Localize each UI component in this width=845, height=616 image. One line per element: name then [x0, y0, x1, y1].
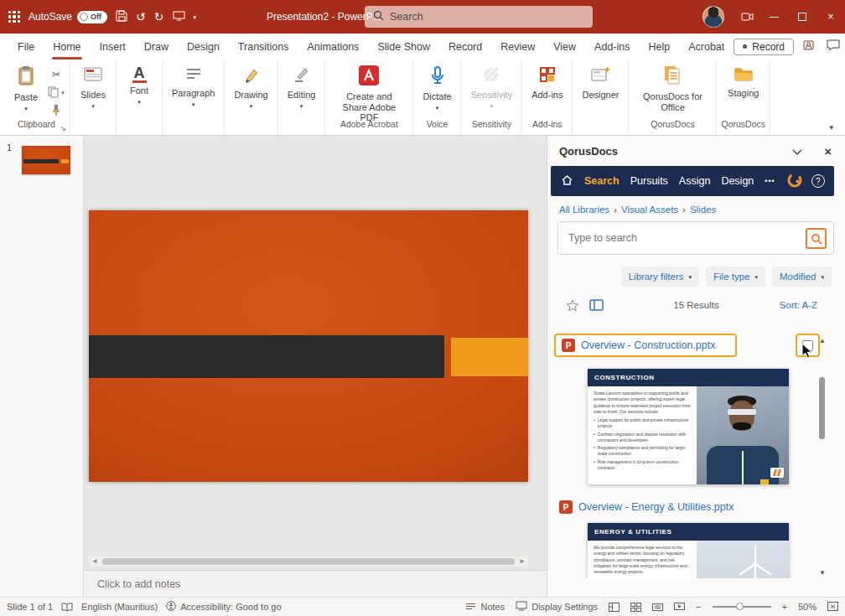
maximize-button[interactable]	[788, 0, 816, 34]
tab-insert[interactable]: Insert	[91, 34, 135, 60]
undo-icon[interactable]: ↺	[136, 11, 146, 23]
nav-assign[interactable]: Assign	[679, 175, 711, 187]
slide-counter[interactable]: Slide 1 of 1	[7, 602, 53, 612]
tab-record[interactable]: Record	[439, 34, 491, 60]
copy-button[interactable]: ▾	[47, 85, 65, 99]
close-button[interactable]: ×	[816, 0, 845, 34]
reading-view-button[interactable]	[652, 603, 663, 612]
search-input[interactable]	[390, 11, 574, 23]
help-icon[interactable]: ?	[811, 174, 825, 188]
pane-close-icon[interactable]: ×	[824, 144, 832, 158]
slides-button[interactable]: Slides ▾	[75, 62, 111, 109]
staging-button[interactable]: Staging	[723, 62, 764, 99]
drawing-button[interactable]: Drawing ▾	[229, 62, 272, 109]
file-type-dropdown[interactable]: File type▾	[706, 267, 765, 287]
dialog-launcher-icon[interactable]: ↘	[60, 124, 66, 132]
tab-design[interactable]: Design	[178, 34, 229, 60]
paragraph-button[interactable]: Paragraph ▾	[167, 62, 220, 107]
home-icon[interactable]	[561, 174, 573, 189]
comments-icon[interactable]	[827, 39, 840, 54]
qorus-search-input[interactable]	[558, 232, 833, 244]
tab-slide-show[interactable]: Slide Show	[368, 34, 439, 60]
slide-thumbnail[interactable]	[22, 146, 70, 174]
breadcrumb-visual-assets[interactable]: Visual Assets	[621, 204, 678, 215]
designer-button[interactable]: Designer	[577, 62, 624, 101]
thumbnail-construction[interactable]: CONSTRUCTION Strata Lannum specializes i…	[588, 369, 789, 484]
format-painter-button[interactable]	[47, 103, 65, 116]
result-item-construction[interactable]: P Overview - Construction.pptx	[554, 334, 737, 357]
scroll-up-icon[interactable]: ▲	[819, 337, 826, 344]
zoom-in-button[interactable]: +	[782, 602, 787, 612]
pane-options-chevron-icon[interactable]	[792, 145, 802, 158]
language-selector[interactable]: English (Mauritius)	[81, 602, 158, 612]
tab-review[interactable]: Review	[491, 34, 544, 60]
tab-acrobat[interactable]: Acrobat	[679, 34, 734, 60]
horizontal-scrollbar[interactable]: ◄ ►	[89, 556, 528, 567]
zoom-slider-knob[interactable]	[736, 603, 744, 610]
autosave-toggle[interactable]: AutoSave Off	[29, 11, 107, 23]
thumbnail-energy[interactable]: ENERGY & UTILITIES We provide comprehens…	[588, 523, 789, 578]
tab-file[interactable]: File	[8, 34, 44, 60]
paste-button[interactable]: Paste ▾	[8, 62, 44, 111]
result-filename[interactable]: Overview - Energy & Utilities.pptx	[578, 501, 734, 513]
scroll-right-icon[interactable]: ►	[516, 556, 528, 567]
collapse-ribbon-icon[interactable]: ▾	[829, 123, 833, 132]
horizontal-scroll-thumb[interactable]	[102, 558, 515, 565]
scroll-left-icon[interactable]: ◄	[89, 556, 101, 567]
tab-view[interactable]: View	[544, 34, 585, 60]
breadcrumb-all-libraries[interactable]: All Libraries	[559, 204, 609, 215]
scroll-down-icon[interactable]: ▼	[819, 569, 826, 577]
tab-home[interactable]: Home	[44, 34, 90, 60]
nav-search[interactable]: Search	[584, 175, 619, 187]
library-filters-dropdown[interactable]: Library filters▾	[621, 267, 699, 287]
dictate-button[interactable]: Dictate ▾	[417, 62, 456, 111]
present-icon[interactable]	[173, 11, 185, 23]
sort-control[interactable]: Sort: A-Z	[780, 300, 817, 310]
nav-pursuits[interactable]: Pursuits	[630, 175, 668, 187]
slide-charcoal-band[interactable]	[89, 335, 444, 378]
cut-button[interactable]: ✂	[47, 68, 65, 81]
qorus-search-box[interactable]	[557, 221, 834, 255]
slideshow-view-button[interactable]	[674, 603, 685, 612]
tab-animations[interactable]: Animations	[298, 34, 369, 60]
more-menu-icon[interactable]: •••	[765, 177, 775, 185]
zoom-out-button[interactable]: −	[696, 602, 701, 612]
display-settings-button[interactable]: Display Settings	[516, 601, 598, 613]
notes-area[interactable]: Click to add notes	[84, 570, 547, 597]
modified-dropdown[interactable]: Modified▾	[772, 267, 832, 287]
result-item-energy[interactable]: P Overview - Energy & Utilities.pptx	[559, 500, 734, 514]
proofing-book-icon[interactable]	[61, 603, 73, 612]
tab-add-ins[interactable]: Add-ins	[585, 34, 639, 60]
notes-toggle[interactable]: Notes	[465, 602, 505, 613]
nav-design[interactable]: Design	[721, 175, 754, 187]
zoom-level[interactable]: 50%	[798, 602, 816, 612]
add-ins-button[interactable]: Add-ins	[526, 62, 568, 101]
tab-draw[interactable]: Draw	[135, 34, 178, 60]
minimize-button[interactable]	[759, 0, 788, 34]
tab-transitions[interactable]: Transitions	[229, 34, 298, 60]
accessibility-status[interactable]: Accessibility: Good to go	[166, 601, 281, 613]
tab-help[interactable]: Help	[639, 34, 679, 60]
qorus-search-button[interactable]	[806, 228, 827, 249]
breadcrumb-slides[interactable]: Slides	[690, 204, 716, 215]
fit-to-window-icon[interactable]	[827, 602, 838, 613]
titlebar-extra-icon[interactable]	[734, 12, 759, 22]
record-button[interactable]: Record	[734, 39, 794, 55]
slide-sorter-view-button[interactable]	[630, 603, 641, 612]
normal-view-button[interactable]	[609, 603, 619, 612]
quick-access-chevron-icon[interactable]: ▾	[194, 14, 197, 20]
qorus-logo-icon[interactable]	[786, 172, 803, 191]
zoom-slider[interactable]	[713, 606, 771, 608]
redo-icon[interactable]: ↻	[154, 11, 164, 23]
font-button[interactable]: A Font ▾	[121, 62, 158, 105]
titlebar-search[interactable]	[365, 6, 593, 28]
slide-amber-block[interactable]	[451, 338, 528, 376]
user-avatar[interactable]	[702, 6, 724, 28]
editing-button[interactable]: Editing ▾	[283, 62, 321, 109]
vertical-scroll-thumb[interactable]	[819, 377, 825, 439]
slide-canvas[interactable]	[89, 210, 528, 482]
adobe-pdf-button[interactable]: Create and Share Adobe PDF	[329, 62, 408, 123]
result-filename[interactable]: Overview - Construction.pptx	[581, 339, 715, 351]
save-icon[interactable]	[116, 10, 127, 24]
cameo-icon[interactable]	[803, 39, 817, 54]
